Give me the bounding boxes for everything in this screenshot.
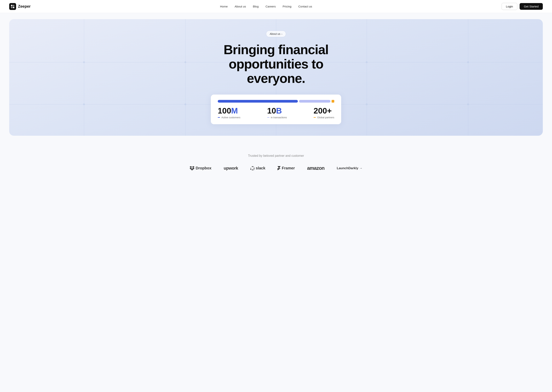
dot-blue-customers <box>218 117 220 118</box>
partner-framer: Framer <box>277 166 295 170</box>
chevron-right-icon: › <box>281 33 282 35</box>
stat-customers-label: Active customers <box>221 116 240 119</box>
nav-home[interactable]: Home <box>220 5 228 8</box>
nav-actions: Login Get Started <box>501 3 543 10</box>
svg-rect-10 <box>252 169 253 170</box>
stat-transactions-value: 10B <box>267 107 287 115</box>
partner-amazon: amazon <box>307 165 325 171</box>
nav-about[interactable]: About us <box>235 5 246 8</box>
headline-line2: opportunities to everyone. <box>229 57 323 85</box>
about-pill[interactable]: About us › <box>266 31 286 37</box>
bar-blue <box>218 100 298 103</box>
hero-section: About us › Bringing financial opportunit… <box>9 19 543 136</box>
headline-line1: Bringing financial <box>224 42 328 57</box>
stat-partners-label: Global partners <box>317 116 334 119</box>
dropbox-icon <box>189 166 195 170</box>
stats-bar-row <box>218 100 334 103</box>
logo-text: Zeeper <box>18 4 31 9</box>
svg-rect-2 <box>11 7 13 8</box>
svg-rect-3 <box>13 7 14 8</box>
stats-card: 100M Active customers 10B in transaction… <box>211 95 341 124</box>
svg-rect-5 <box>250 168 251 169</box>
login-button[interactable]: Login <box>501 3 517 10</box>
stat-transactions-accent: B <box>276 106 282 115</box>
dot-light-transactions <box>267 117 269 118</box>
partner-upwork: upwork <box>224 166 238 171</box>
about-pill-label: About us <box>270 32 280 35</box>
navbar: Zeeper Home About us Blog Careers Pricin… <box>0 0 552 13</box>
stat-transactions-label: in transactions <box>271 116 287 119</box>
nav-blog[interactable]: Blog <box>253 5 259 8</box>
stat-customers-value: 100M <box>218 107 240 115</box>
slack-icon <box>250 166 254 170</box>
logo[interactable]: Zeeper <box>9 3 31 10</box>
framer-label: Framer <box>282 166 295 170</box>
svg-rect-1 <box>13 5 14 6</box>
partner-launchdarkly: LaunchDarkly → <box>337 166 363 170</box>
bar-gold <box>332 100 334 103</box>
amazon-label: amazon <box>307 165 325 171</box>
stat-customers-number: 100 <box>218 106 231 115</box>
stat-partners-value: 200+ <box>313 107 334 115</box>
dropbox-label: Dropbox <box>196 166 211 170</box>
dot-gold-partners <box>313 117 316 118</box>
stat-partners: 200+ Global partners <box>313 107 334 119</box>
svg-rect-6 <box>252 166 253 167</box>
stat-customers-accent: M <box>231 106 238 115</box>
svg-rect-4 <box>250 169 251 170</box>
nav-careers[interactable]: Careers <box>265 5 276 8</box>
nav-links: Home About us Blog Careers Pricing Conta… <box>220 5 312 8</box>
hero-headline: Bringing financial opportunities to ever… <box>201 42 351 85</box>
partners-logos: Dropbox upwork slack Fram <box>189 165 363 171</box>
nav-pricing[interactable]: Pricing <box>283 5 291 8</box>
partners-section: Trusted by beloved partner and customer … <box>0 142 552 180</box>
svg-rect-11 <box>253 169 254 170</box>
slack-label: slack <box>256 166 265 170</box>
get-started-button[interactable]: Get Started <box>520 3 543 10</box>
stat-customers: 100M Active customers <box>218 107 240 119</box>
logo-icon <box>9 3 16 10</box>
framer-icon <box>277 166 281 170</box>
stat-partners-number: 200+ <box>313 106 332 115</box>
upwork-label: upwork <box>224 166 238 171</box>
stat-transactions-number: 10 <box>267 106 276 115</box>
svg-rect-8 <box>254 168 254 169</box>
stat-transactions: 10B in transactions <box>267 107 287 119</box>
partner-slack: slack <box>250 166 265 170</box>
stat-customers-label-row: Active customers <box>218 116 240 119</box>
stats-numbers: 100M Active customers 10B in transaction… <box>218 107 334 119</box>
partners-subtitle: Trusted by beloved partner and customer <box>248 154 304 158</box>
nav-contact[interactable]: Contact us <box>298 5 312 8</box>
stat-partners-label-row: Global partners <box>313 116 334 119</box>
svg-rect-7 <box>253 166 254 167</box>
bar-light <box>299 100 330 103</box>
svg-rect-0 <box>11 5 13 6</box>
partner-dropbox: Dropbox <box>189 166 211 170</box>
launchdarkly-label: LaunchDarkly → <box>337 166 363 170</box>
stat-transactions-label-row: in transactions <box>267 116 287 119</box>
